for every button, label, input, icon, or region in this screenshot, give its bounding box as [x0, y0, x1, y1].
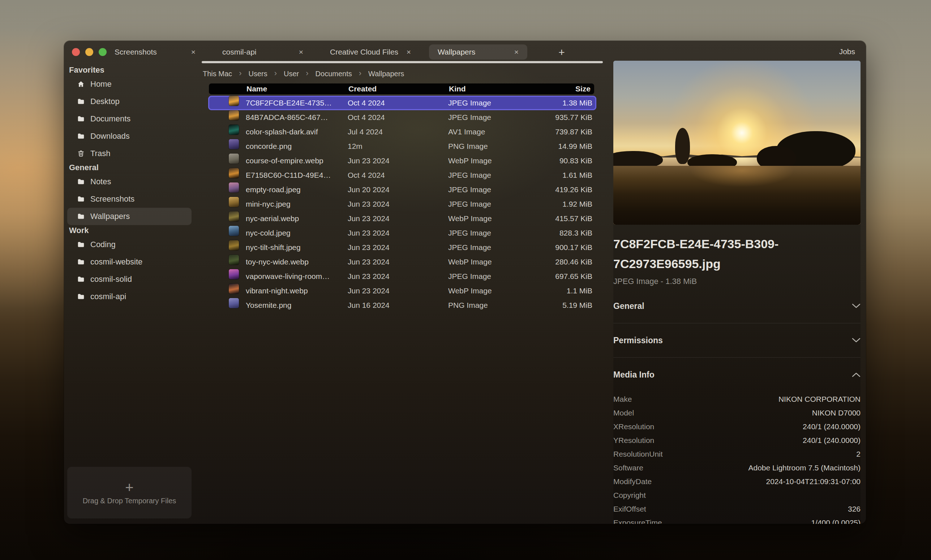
table-row[interactable]: nyc-aerial.webp Jun 23 2024 WebP Image 4…: [208, 211, 596, 226]
cell-size: 900.17 KiB: [555, 240, 592, 255]
column-header-name[interactable]: Name: [246, 83, 267, 94]
zoom-window-button[interactable]: [98, 48, 107, 56]
file-title: 7C8F2FCB-E24E-4735-B309- 7C2973E96595.jp…: [613, 234, 860, 274]
cell-kind: PNG Image: [448, 139, 488, 154]
media-info-row: Model NIKON D7000: [613, 406, 860, 420]
breadcrumb-item-this-mac[interactable]: This Mac: [203, 70, 232, 78]
breadcrumb-item-documents[interactable]: Documents: [315, 70, 352, 78]
column-header-created[interactable]: Created: [348, 83, 377, 94]
tab-scrollbar[interactable]: [202, 61, 603, 63]
table-row[interactable]: vibrant-night.webp Jun 23 2024 WebP Imag…: [208, 284, 596, 298]
chevron-down-icon: [852, 338, 860, 343]
folder-icon: [77, 212, 85, 220]
tab-label: Wallpapers: [438, 48, 475, 56]
preview-image-sunset: [613, 61, 860, 225]
cell-size: 1.38 MiB: [562, 96, 592, 110]
temporary-files-dropzone[interactable]: + Drag & Drop Temporary Files: [67, 467, 192, 518]
sidebar-item-documents[interactable]: Documents: [67, 110, 192, 128]
close-window-button[interactable]: [72, 48, 80, 56]
cell-name: vibrant-night.webp: [246, 284, 308, 298]
folder-icon: [77, 258, 85, 266]
add-tab-button[interactable]: +: [554, 45, 569, 60]
sidebar-item-label: Notes: [90, 177, 111, 186]
table-row[interactable]: nyc-tilt-shift.jpeg Jun 23 2024 JPEG Ima…: [208, 240, 596, 255]
close-tab-icon[interactable]: ×: [299, 48, 303, 56]
sidebar-item-cosmil-website[interactable]: cosmil-website: [67, 253, 192, 271]
table-row[interactable]: nyc-cold.jpeg Jun 23 2024 JPEG Image 828…: [208, 226, 596, 240]
breadcrumb-item-users[interactable]: Users: [248, 70, 267, 78]
breadcrumb-separator-icon: ›: [306, 69, 308, 78]
sidebar-item-label: Home: [90, 80, 112, 89]
sidebar-section-items: Coding cosmil-website cosmil-solid cosmi…: [64, 236, 201, 305]
table-row[interactable]: mini-nyc.jpeg Jun 23 2024 JPEG Image 1.9…: [208, 197, 596, 211]
file-thumbnail: [229, 240, 239, 250]
table-row[interactable]: 7C8F2FCB-E24E-4735… Oct 4 2024 JPEG Imag…: [208, 96, 596, 110]
sidebar-item-label: cosmil-website: [90, 257, 142, 267]
inspector-section-general[interactable]: General: [613, 297, 860, 315]
table-row[interactable]: 84B7ADCA-865C-467… Oct 4 2024 JPEG Image…: [208, 110, 596, 125]
sidebar-item-screenshots[interactable]: Screenshots: [67, 191, 192, 208]
sidebar-item-cosmil-solid[interactable]: cosmil-solid: [67, 271, 192, 288]
cell-name: nyc-tilt-shift.jpeg: [246, 240, 301, 255]
cell-created: Jun 20 2024: [348, 182, 389, 197]
media-info-key: Copyright: [613, 491, 646, 500]
cell-name: toy-nyc-wide.webp: [246, 255, 309, 269]
media-info-row: ExifOffset 326: [613, 502, 860, 516]
media-info-row: Make NIKON CORPORATION: [613, 392, 860, 406]
file-thumbnail: [229, 182, 239, 192]
sidebar-item-home[interactable]: Home: [67, 75, 192, 93]
cell-name: 84B7ADCA-865C-467…: [246, 110, 328, 125]
sidebar-item-coding[interactable]: Coding: [67, 236, 192, 253]
breadcrumb-item-user[interactable]: User: [284, 70, 299, 78]
media-info-value: NIKON D7000: [812, 409, 860, 417]
sidebar-item-wallpapers[interactable]: Wallpapers: [67, 208, 192, 225]
tab-creative-cloud-files[interactable]: Creative Cloud Files ×: [321, 45, 420, 60]
cell-kind: JPEG Image: [448, 168, 491, 182]
cell-created: Oct 4 2024: [348, 110, 385, 125]
breadcrumb-separator-icon: ›: [274, 69, 277, 78]
table-row[interactable]: Yosemite.png Jun 16 2024 PNG Image 5.19 …: [208, 298, 596, 312]
sidebar-item-cosmil-api[interactable]: cosmil-api: [67, 288, 192, 305]
media-info-value: 240/1 (240.0000): [803, 436, 860, 445]
sidebar-item-label: Downloads: [90, 132, 130, 141]
table-row[interactable]: color-splash-dark.avif Jul 4 2024 AV1 Im…: [208, 125, 596, 139]
minimize-window-button[interactable]: [85, 48, 93, 56]
table-row[interactable]: toy-nyc-wide.webp Jun 23 2024 WebP Image…: [208, 255, 596, 269]
sidebar-item-trash[interactable]: Trash: [67, 145, 192, 162]
cell-created: Jun 23 2024: [348, 240, 389, 255]
sidebar-item-desktop[interactable]: Desktop: [67, 93, 192, 110]
table-row[interactable]: concorde.png 12m PNG Image 14.99 MiB: [208, 139, 596, 154]
close-tab-icon[interactable]: ×: [191, 48, 195, 56]
file-thumbnail: [229, 284, 239, 294]
table-row[interactable]: E7158C60-C11D-49E4… Oct 4 2024 JPEG Imag…: [208, 168, 596, 182]
sidebar-item-label: cosmil-api: [90, 292, 126, 301]
media-info-value: NIKON CORPORATION: [779, 395, 860, 403]
cell-name: vaporwave-living-room…: [246, 269, 329, 284]
cell-kind: WebP Image: [448, 154, 492, 168]
column-header-size[interactable]: Size: [576, 83, 591, 94]
tab-screenshots[interactable]: Screenshots ×: [106, 45, 204, 60]
folder-icon: [77, 178, 85, 186]
cell-size: 419.26 KiB: [555, 182, 592, 197]
column-header-kind[interactable]: Kind: [449, 83, 466, 94]
table-row[interactable]: empty-road.jpeg Jun 20 2024 JPEG Image 4…: [208, 182, 596, 197]
jobs-button[interactable]: Jobs: [839, 47, 855, 56]
close-tab-icon[interactable]: ×: [406, 48, 411, 56]
cell-name: course-of-empire.webp: [246, 154, 323, 168]
close-tab-icon[interactable]: ×: [514, 48, 519, 56]
inspector-section-permissions[interactable]: Permissions: [613, 331, 860, 349]
trash-icon: [77, 149, 85, 157]
media-info-row: Software Adobe Lightroom 7.5 (Macintosh): [613, 461, 860, 475]
sidebar-item-downloads[interactable]: Downloads: [67, 128, 192, 145]
tab-cosmil-api[interactable]: cosmil-api ×: [214, 45, 312, 60]
file-list-header[interactable]: Name Created Kind Size: [209, 83, 594, 94]
media-info-key: Model: [613, 409, 634, 417]
tab-wallpapers[interactable]: Wallpapers ×: [429, 45, 527, 60]
inspector-section-media-info[interactable]: Media Info: [613, 366, 860, 384]
file-title-line2: 7C2973E96595.jpg: [613, 254, 860, 274]
table-row[interactable]: course-of-empire.webp Jun 23 2024 WebP I…: [208, 154, 596, 168]
sidebar-item-notes[interactable]: Notes: [67, 173, 192, 191]
inspector-section-label: Permissions: [613, 335, 663, 345]
table-row[interactable]: vaporwave-living-room… Jun 23 2024 JPEG …: [208, 269, 596, 284]
breadcrumb-item-wallpapers[interactable]: Wallpapers: [368, 70, 404, 78]
